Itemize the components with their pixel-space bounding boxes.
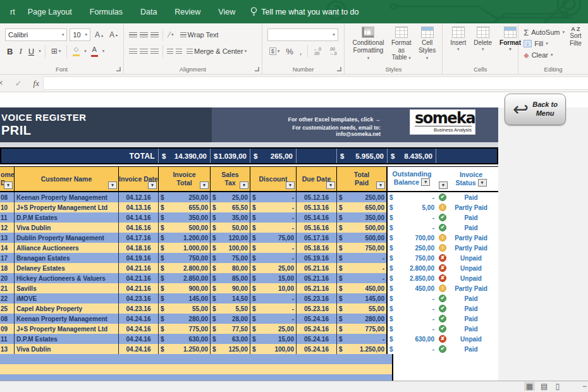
font-size-combo[interactable]: 10▾ xyxy=(70,28,90,41)
number-format-combo[interactable]: ▾ xyxy=(267,28,338,41)
filter-dropdown[interactable]: ▾ xyxy=(376,181,385,189)
filter-dropdown[interactable]: ▾ xyxy=(240,181,248,189)
delete-cells-button[interactable]: Delete ▾ xyxy=(471,27,494,64)
decrease-decimal-button[interactable]: .00 →.0 xyxy=(328,46,341,56)
page-break-view-button[interactable]: ▯ xyxy=(553,382,561,391)
table-row[interactable]: 13 Viva Dublin 04.24.16 $1.250,00 $125,0… xyxy=(0,344,498,354)
autosum-button[interactable]: ΣAutoSum▾ xyxy=(524,27,565,38)
table-row[interactable]: 18 Delaney Estates 04.21.16 $2.800,00 $8… xyxy=(0,263,498,273)
filter-dropdown[interactable]: ▾ xyxy=(108,181,117,189)
table-row[interactable]: 13 Dublin Property Management 04.17.16 $… xyxy=(0,233,498,243)
filter-dropdown[interactable]: ▾ xyxy=(286,181,295,189)
insert-function-icon[interactable]: fx xyxy=(34,78,39,89)
cell-due-date: 05.21.16 xyxy=(297,273,337,283)
status-icon: ✔ xyxy=(439,193,446,201)
filter-dropdown[interactable]: ▾ xyxy=(326,181,335,189)
orientation-button[interactable]: ⁄▾ xyxy=(167,30,176,40)
sort-filter-button[interactable]: A Z Sort Filte xyxy=(567,27,584,61)
tell-me-box[interactable]: Tell me what you want to do xyxy=(244,7,365,16)
grow-font-button[interactable]: A▴ xyxy=(93,30,105,40)
table-row[interactable]: 20 Hickey Auctioneers & Valuers 04.21.16… xyxy=(0,273,498,283)
fill-button[interactable]: ↓Fill▾ xyxy=(524,38,565,49)
accounting-format-button[interactable]: $▾ xyxy=(267,47,282,56)
table-row[interactable]: 09 J+S Property Management Ltd 04.24.16 … xyxy=(0,324,498,334)
cancel-icon[interactable]: ✕ xyxy=(0,79,3,87)
cell-sales-tax: $80,00 xyxy=(211,263,250,273)
wrap-text-button[interactable]: Wrap Text xyxy=(178,30,221,39)
comma-style-button[interactable]: , xyxy=(298,46,304,57)
table-row[interactable]: 08 Keenan Property Management 04.12.16 $… xyxy=(0,192,498,202)
table-row[interactable]: 14 Alliance Auctioneers 04.18.16 $1.000,… xyxy=(0,243,498,253)
align-middle-icon[interactable] xyxy=(140,32,148,38)
cell-due-date: 05.13.16 xyxy=(297,202,337,212)
merge-center-icon xyxy=(187,49,193,54)
font-dialog-launcher[interactable] xyxy=(116,67,121,71)
back-to-menu-button[interactable]: ↩ Back toMenu xyxy=(505,94,566,125)
empty-row[interactable] xyxy=(0,354,393,364)
align-left-icon[interactable] xyxy=(129,49,137,54)
font-color-button[interactable]: A xyxy=(89,46,100,58)
empty-row[interactable] xyxy=(0,364,393,374)
cell-status-icon: ! xyxy=(436,243,449,253)
shrink-font-button[interactable]: A▾ xyxy=(107,30,119,40)
invoice-table: omerD ▾ Customer Name ▾ Invoice Date ▾ I… xyxy=(0,166,498,381)
table-row[interactable]: 11 D.P.M Estates 04.24.16 $630,00 $63,00… xyxy=(0,334,498,344)
font-name-combo[interactable]: Calibri▾ xyxy=(5,28,67,41)
empty-row[interactable] xyxy=(0,374,393,381)
formula-input[interactable] xyxy=(43,77,588,90)
table-row[interactable]: 12 Viva Dublin 04.16.16 $500,00 $50,00 $… xyxy=(0,223,498,233)
table-row[interactable]: 11 D.P.M Estates 04.14.16 $350,00 $35,00… xyxy=(0,212,498,223)
table-row[interactable]: 17 Branagan Estates 04.19.16 $750,00 $75… xyxy=(0,253,498,263)
tab-insert-cut[interactable]: rt xyxy=(9,0,19,23)
align-right-icon[interactable] xyxy=(150,49,159,54)
percent-style-button[interactable]: % xyxy=(284,46,295,57)
clear-button[interactable]: ◆Clear▾ xyxy=(524,49,565,61)
align-bottom-icon[interactable] xyxy=(150,32,159,38)
table-row[interactable]: 08 Keenan Property Management 04.24.16 $… xyxy=(0,314,498,324)
tab-formulas[interactable]: Formulas xyxy=(81,0,132,23)
cell-discount: $- xyxy=(250,303,297,314)
increase-decimal-button[interactable]: ←.0 .00 xyxy=(312,46,325,56)
confirm-icon[interactable]: ✓ xyxy=(15,79,21,88)
fill-color-button[interactable]: ◇ xyxy=(71,46,82,57)
number-dialog-launcher[interactable] xyxy=(337,67,341,71)
underline-dropdown[interactable]: ▾ xyxy=(39,49,41,54)
filter-dropdown[interactable]: ▾ xyxy=(478,179,487,187)
table-row[interactable]: 22 iMOVE 04.23.16 $145,00 $14,50 $- 05.2… xyxy=(0,293,498,303)
table-row[interactable]: 21 Savills 04.21.16 $900,00 $90,00 $10,0… xyxy=(0,283,498,293)
filter-dropdown[interactable]: ▾ xyxy=(439,181,448,189)
align-center-icon[interactable] xyxy=(140,49,148,54)
table-row[interactable]: 25 Capel Abbey Property 04.23.16 $55,00 … xyxy=(0,303,498,314)
conditional-formatting-button[interactable]: Conditional Formatting ▾ xyxy=(350,27,386,64)
underline-button[interactable]: U xyxy=(27,46,36,57)
cells-group-label: Cells xyxy=(443,66,518,73)
filter-dropdown[interactable]: ▾ xyxy=(148,181,157,189)
tab-review[interactable]: Review xyxy=(166,0,209,23)
cell-status-icon: ! xyxy=(436,233,449,243)
cell-styles-button[interactable]: Cell Styles ▾ xyxy=(416,27,438,64)
merge-center-button[interactable]: Merge & Center▾ xyxy=(185,47,248,56)
alignment-dialog-launcher[interactable] xyxy=(255,67,259,71)
insert-cells-button[interactable]: Insert ▾ xyxy=(448,27,469,64)
decrease-indent-icon[interactable] xyxy=(167,49,173,54)
tab-view[interactable]: View xyxy=(209,0,244,23)
page-layout-view-button[interactable]: ▤ xyxy=(539,382,549,391)
format-as-table-button[interactable]: Format as Table ▾ xyxy=(388,27,414,64)
cell-discount: $75,00 xyxy=(250,233,297,243)
increase-indent-icon[interactable] xyxy=(176,49,182,54)
normal-view-button[interactable]: ▦ xyxy=(524,382,535,391)
filter-dropdown[interactable]: ▾ xyxy=(200,181,209,189)
borders-button[interactable]: ⊞▾ xyxy=(49,46,63,56)
filter-dropdown[interactable]: ▾ xyxy=(421,178,430,186)
table-row[interactable]: 10 J+S Property Management Ltd 04.13.16 … xyxy=(0,202,498,212)
filter-dropdown[interactable]: ▾ xyxy=(4,181,13,189)
tab-data[interactable]: Data xyxy=(132,0,166,23)
cell-invoice-date: 04.14.16 xyxy=(119,212,159,223)
bold-button[interactable]: B xyxy=(5,46,15,57)
tab-page-layout[interactable]: Page Layout xyxy=(19,0,81,23)
zoom-out-button[interactable]: − xyxy=(582,382,587,391)
cell-outstanding-balance: $630,00 xyxy=(388,334,436,344)
align-top-icon[interactable] xyxy=(129,32,137,38)
worksheet: VOICE REGISTER PRIL For other Excel temp… xyxy=(0,92,588,391)
italic-button[interactable]: I xyxy=(17,46,23,57)
